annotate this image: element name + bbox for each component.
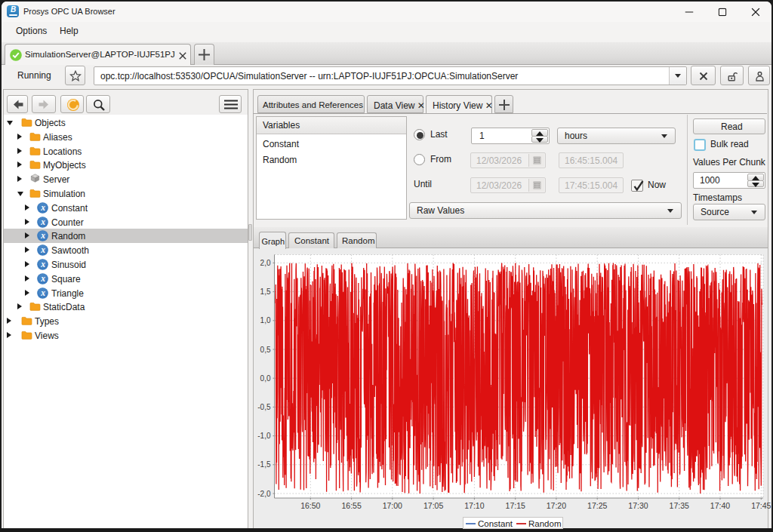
svg-text:0,0: 0,0	[260, 374, 271, 383]
svg-text:1,0: 1,0	[260, 316, 271, 324]
svg-text:17:00: 17:00	[383, 501, 402, 510]
svg-text:17:05: 17:05	[423, 501, 443, 510]
svg-text:-0,5: -0,5	[257, 403, 271, 411]
svg-text:16:55: 16:55	[341, 501, 361, 510]
svg-text:x: x	[40, 217, 45, 226]
svg-text:0,5: 0,5	[260, 346, 271, 354]
svg-text:2,0: 2,0	[260, 259, 271, 267]
svg-text:17:25: 17:25	[587, 501, 607, 510]
svg-text:16:50: 16:50	[300, 501, 320, 510]
svg-text:17:10: 17:10	[464, 501, 484, 510]
svg-text:-2,0: -2,0	[257, 490, 271, 498]
svg-text:17:15: 17:15	[506, 501, 525, 510]
svg-text:x: x	[40, 245, 45, 254]
svg-text:x: x	[40, 203, 45, 212]
svg-text:17:40: 17:40	[710, 501, 730, 510]
svg-text:17:30: 17:30	[628, 501, 648, 510]
svg-text:-1,0: -1,0	[257, 432, 271, 440]
svg-text:x: x	[40, 274, 45, 283]
svg-text:1,5: 1,5	[260, 288, 271, 296]
svg-text:17:45: 17:45	[751, 501, 771, 510]
svg-text:x: x	[40, 231, 45, 240]
svg-text:17:20: 17:20	[547, 501, 566, 510]
svg-text:-1,5: -1,5	[257, 460, 271, 469]
svg-text:17:35: 17:35	[670, 501, 689, 510]
svg-text:x: x	[40, 288, 45, 297]
svg-text:x: x	[40, 260, 45, 269]
